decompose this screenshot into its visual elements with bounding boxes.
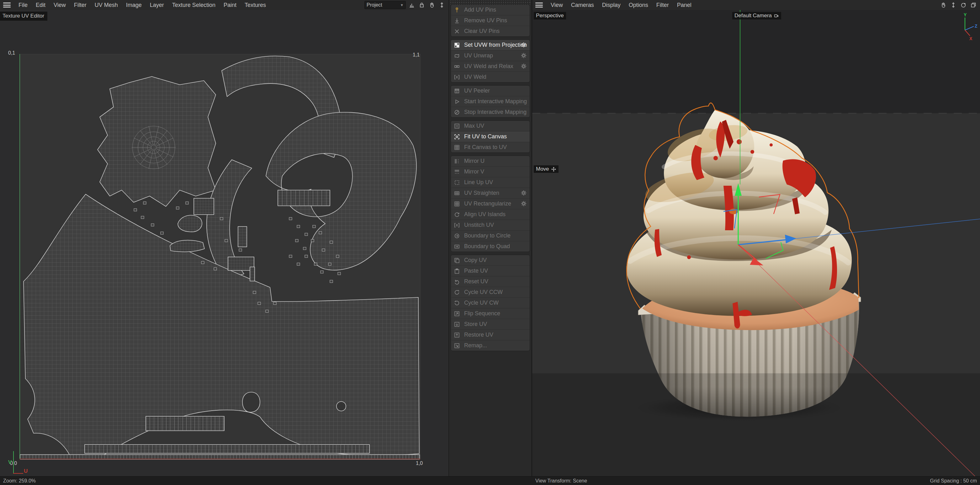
menu-item[interactable]: Options	[625, 2, 652, 8]
settings-gear-icon[interactable]	[520, 41, 527, 48]
uv-command-flip-sequence[interactable]: Flip Sequence	[451, 308, 530, 319]
uv-command-group: Copy UVPaste UVReset UVCycle UV CCWCycle…	[451, 255, 530, 351]
settings-gear-icon[interactable]	[520, 200, 527, 207]
uv-command-label: UV Peeler	[464, 88, 490, 94]
menu-item[interactable]: Textures	[240, 2, 270, 8]
uv-command-add-uv-pins[interactable]: Add UV Pins	[451, 5, 530, 15]
uv-command-uv-peeler[interactable]: UV Peeler	[451, 86, 530, 96]
maximize-icon[interactable]	[969, 1, 977, 9]
menu-item[interactable]: Cameras	[567, 2, 598, 8]
uv-command-unstitch-uv[interactable]: Unstitch UV	[451, 220, 530, 230]
uv-command-label: Fit UV to Canvas	[464, 133, 507, 140]
hand-icon[interactable]	[428, 1, 436, 9]
menu-item[interactable]: File	[14, 2, 32, 8]
uv-command-group: Mirror UMirror VLine Up UVUV StraightenU…	[451, 156, 530, 252]
uv-editor-title: Texture UV Editor	[0, 11, 47, 21]
uv-command-set-uvw-from-projection[interactable]: Set UVW from Projection	[451, 40, 530, 50]
uv-command-store-uv[interactable]: Store UV	[451, 319, 530, 329]
quad-arrow-icon	[454, 243, 460, 250]
lock-icon[interactable]	[418, 1, 426, 9]
project-dropdown[interactable]: Project ▼	[364, 1, 406, 9]
bar-chart-icon[interactable]	[408, 1, 416, 9]
uv-command-remap[interactable]: Remap...	[451, 340, 530, 351]
project-dropdown-value: Project	[367, 2, 382, 8]
hamburger-menu-icon[interactable]	[3, 3, 11, 8]
uv-command-reset-uv[interactable]: Reset UV	[451, 276, 530, 287]
uv-command-line-up-uv[interactable]: Line Up UV	[451, 177, 530, 188]
uv-u-axis-label: U	[24, 468, 28, 474]
uv-command-copy-uv[interactable]: Copy UV	[451, 255, 530, 265]
menu-item[interactable]: Paint	[220, 2, 240, 8]
menu-item[interactable]: Display	[598, 2, 625, 8]
menu-item[interactable]: UV Mesh	[91, 2, 122, 8]
restore-icon	[454, 332, 460, 338]
uv-canvas[interactable]	[19, 54, 420, 459]
uv-command-fit-uv-to-canvas[interactable]: Fit UV to Canvas	[451, 131, 530, 142]
texture-uv-editor-view[interactable]: 0,1 1,1 0,0 1,0 V U Texture UV Editor	[0, 10, 449, 476]
uv-command-remove-uv-pins[interactable]: Remove UV Pins	[451, 15, 530, 26]
perspective-viewport[interactable]: Perspective Default Camera Move Y Z X	[532, 10, 980, 476]
uv-command-clear-uv-pins[interactable]: Clear UV Pins	[451, 26, 530, 37]
move-icon	[551, 167, 556, 172]
orbit-icon[interactable]	[959, 1, 967, 9]
uv-corner-label-10: 1,0	[416, 461, 423, 466]
uv-command-max-uv[interactable]: Max UV	[451, 121, 530, 131]
camera-label[interactable]: Default Camera	[732, 12, 781, 19]
uv-command-restore-uv[interactable]: Restore UV	[451, 329, 530, 340]
uv-command-uv-rectangularize[interactable]: UV Rectangularize	[451, 198, 530, 209]
uv-command-label: Set UVW from Projection	[464, 42, 527, 48]
uv-command-mirror-v[interactable]: Mirror V	[451, 166, 530, 177]
hamburger-menu-icon[interactable]	[535, 3, 543, 8]
axis-triad: Y Z X	[958, 13, 978, 41]
view-type-label[interactable]: Perspective	[534, 12, 566, 19]
uv-command-label: Add UV Pins	[464, 6, 496, 13]
uv-command-boundary-to-circle[interactable]: Boundary to Circle	[451, 230, 530, 241]
uv-command-mirror-u[interactable]: Mirror U	[451, 156, 530, 166]
circle-arrow-icon	[454, 233, 460, 239]
uv-command-uv-unwrap[interactable]: UV Unwrap	[451, 50, 530, 61]
uv-origin-u-line	[13, 473, 23, 474]
uv-command-uv-straighten[interactable]: UV Straighten	[451, 188, 530, 198]
uv-command-paste-uv[interactable]: Paste UV	[451, 265, 530, 276]
uv-command-align-uv-islands[interactable]: Align UV Islands	[451, 209, 530, 220]
cw-icon	[454, 300, 460, 306]
menu-item[interactable]: Filter	[70, 2, 91, 8]
triad-y-label: Y	[964, 13, 967, 17]
hand-icon[interactable]	[939, 1, 947, 9]
x-icon	[454, 28, 460, 35]
settings-gear-icon[interactable]	[520, 63, 527, 70]
grid-icon	[454, 201, 460, 207]
uv-command-cycle-uv-ccw[interactable]: Cycle UV CCW	[451, 287, 530, 297]
chevron-down-icon: ▼	[400, 3, 404, 7]
menu-item[interactable]: Image	[122, 2, 146, 8]
uv-command-cycle-uv-cw[interactable]: Cycle UV CW	[451, 297, 530, 308]
menu-item[interactable]: Texture Selection	[168, 2, 220, 8]
menu-item[interactable]: Panel	[673, 2, 695, 8]
uv-command-uv-weld[interactable]: UV Weld	[451, 72, 530, 82]
uv-corner-label-01: 0,1	[8, 50, 15, 56]
menu-item[interactable]: Layer	[146, 2, 168, 8]
uv-command-stop-interactive-mapping[interactable]: Stop Interactive Mapping	[451, 107, 530, 117]
viewport-lower-shade	[532, 373, 980, 476]
uv-command-label: Align UV Islands	[464, 211, 506, 218]
camera-swap-icon[interactable]	[774, 13, 779, 19]
up-down-arrows-icon[interactable]	[438, 1, 446, 9]
up-down-arrows-icon[interactable]	[949, 1, 958, 9]
uv-command-start-interactive-mapping[interactable]: Start Interactive Mapping	[451, 96, 530, 107]
uv-command-group: Max UVFit UV to CanvasFit Canvas to UV	[451, 120, 530, 153]
uv-command-fit-canvas-to-uv[interactable]: Fit Canvas to UV	[451, 142, 530, 152]
uv-command-uv-weld-and-relax[interactable]: UV Weld and Relax	[451, 61, 530, 72]
menu-item[interactable]: View	[49, 2, 70, 8]
uv-command-label: UV Straighten	[464, 190, 499, 196]
menu-item[interactable]: View	[547, 2, 567, 8]
menu-item[interactable]: Edit	[32, 2, 49, 8]
settings-gear-icon[interactable]	[520, 52, 527, 59]
uv-command-boundary-to-quad[interactable]: Boundary to Quad	[451, 241, 530, 252]
settings-gear-icon[interactable]	[520, 190, 527, 196]
panel-drag-handle[interactable]	[450, 1, 530, 5]
bracket-icon	[454, 222, 460, 228]
pin-icon	[454, 7, 460, 13]
uv-command-label: Flip Sequence	[464, 310, 500, 317]
rotate-icon	[454, 211, 460, 218]
menu-item[interactable]: Filter	[652, 2, 673, 8]
